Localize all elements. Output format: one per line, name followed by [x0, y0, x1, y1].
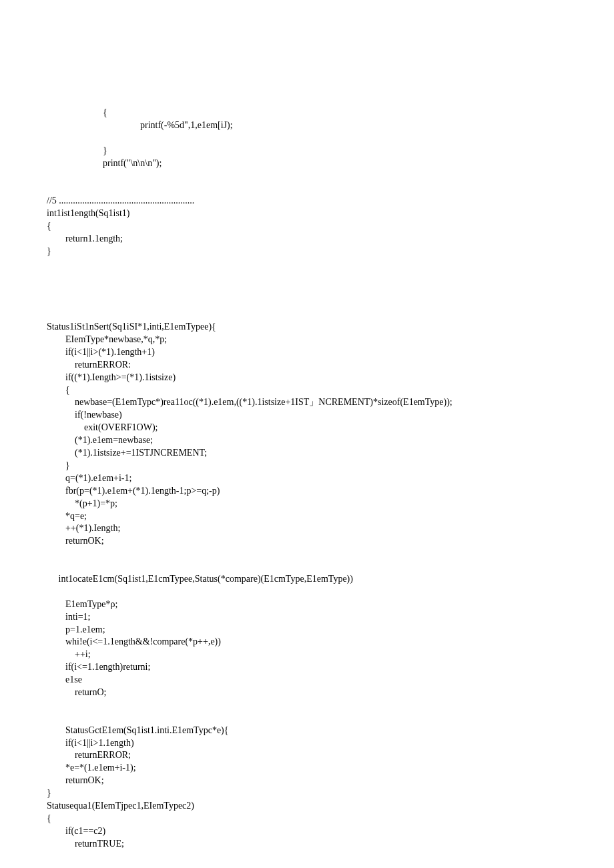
code-line	[47, 296, 567, 308]
code-line: int1ist1ength(Sq1ist1)	[47, 207, 567, 220]
code-line: }	[47, 246, 567, 258]
code-line: printf(-%5d",1,e1em[iJ);	[47, 119, 567, 132]
code-line	[47, 699, 567, 712]
code-line	[47, 271, 567, 284]
code-line: {	[47, 107, 567, 119]
code-line	[47, 258, 567, 271]
code-line	[47, 586, 567, 598]
code-line: return1.1ength;	[47, 233, 567, 246]
code-line	[47, 283, 567, 296]
code-line: ++i;	[47, 648, 567, 661]
code-line: Status1iSt1nSert(Sq1iSI*1,inti,E1emTypee…	[47, 321, 567, 334]
code-line: if((*1).Iength>=(*1).1istsize)	[47, 372, 567, 384]
code-line: returnTRUE;	[47, 838, 567, 851]
code-block: { printf(-%5d",1,e1em[iJ); } printf("\n\…	[47, 107, 567, 851]
code-line: whi!e(i<=1.1ength&&!compare(*p++,e))	[47, 636, 567, 648]
code-line: }	[47, 145, 567, 157]
code-line: returnERROR:	[47, 359, 567, 372]
code-line: (*1).1istsize+=1ISTJNCREMENT;	[47, 447, 567, 460]
code-line: fbr(p=(*1).e1em+(*1).1ength-1;p>=q;-p)	[47, 485, 567, 498]
code-line: int1ocateE1cm(Sq1ist1,E1cmTypee,Status(*…	[47, 573, 567, 586]
code-line	[47, 308, 567, 321]
code-line: e1se	[47, 674, 567, 687]
code-line: newbase=(E1emTypc*)rea11oc((*1).e1em,((*…	[47, 396, 567, 409]
code-line: //5 ....................................…	[47, 195, 567, 207]
code-line: EIemType*newbase,*q,*p;	[47, 334, 567, 346]
code-line: if(c1==c2)	[47, 825, 567, 838]
code-line: *e=*(1.e1em+i-1);	[47, 762, 567, 775]
document-page: { printf(-%5d",1,e1em[iJ); } printf("\n\…	[0, 0, 614, 868]
code-line: }	[47, 460, 567, 472]
code-line: *(p+1)=*p;	[47, 498, 567, 510]
code-line: (*1).e1em=newbase;	[47, 434, 567, 447]
code-line: returnERROR;	[47, 749, 567, 762]
code-line: ++(*1).Iength;	[47, 522, 567, 535]
code-line: printf("\n\n\n");	[47, 157, 567, 170]
code-line: returnOK;	[47, 535, 567, 548]
code-line: returnO;	[47, 687, 567, 699]
code-line: }	[47, 787, 567, 800]
code-line: inti=1;	[47, 611, 567, 624]
code-line	[47, 182, 567, 195]
code-line: if(!newbase)	[47, 409, 567, 422]
code-line: {	[47, 220, 567, 233]
code-line: *q=e;	[47, 510, 567, 523]
code-line: if(i<1||i>1.1ength)	[47, 737, 567, 750]
code-line	[47, 712, 567, 725]
code-line: if(i<=1.1ength)returni;	[47, 661, 567, 674]
code-line: Statusequa1(EIemTjpec1,EIemTypec2)	[47, 800, 567, 813]
code-line: {	[47, 384, 567, 397]
code-line: E1emType*ρ;	[47, 598, 567, 611]
code-line	[47, 169, 567, 182]
code-line	[47, 560, 567, 573]
code-line: StatusGctE1em(Sq1ist1.inti.E1emTypc*e){	[47, 725, 567, 737]
code-line: exit(OVERF1OW);	[47, 422, 567, 434]
code-line: p=1.e1em;	[47, 624, 567, 636]
code-line: returnOK;	[47, 775, 567, 787]
code-line: {	[47, 813, 567, 825]
code-line: q=(*1).e1em+i-1;	[47, 472, 567, 485]
code-line	[47, 548, 567, 560]
code-line	[47, 132, 567, 145]
code-line: if(i<1||i>(*1).1ength+1)	[47, 346, 567, 359]
